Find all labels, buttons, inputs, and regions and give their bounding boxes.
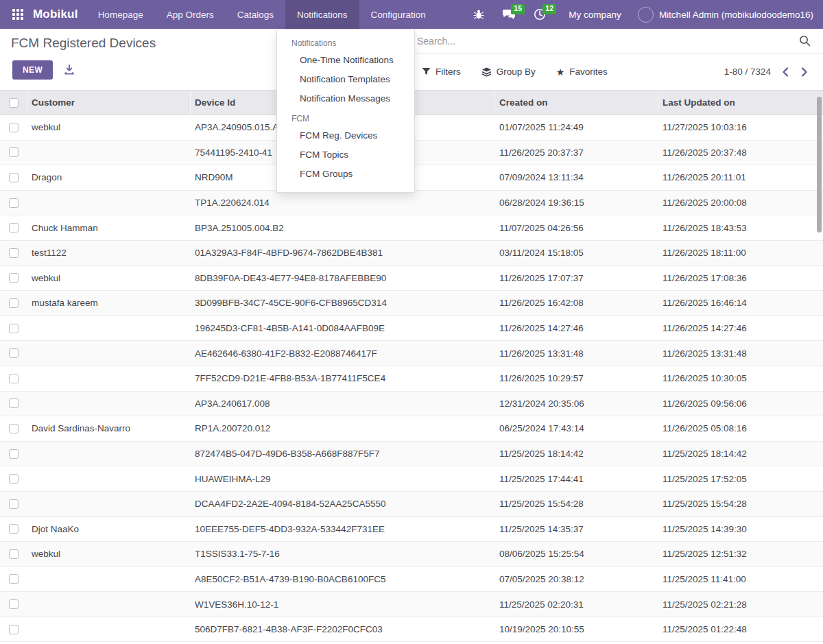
table-row[interactable]: AE462646-6380-41F2-B832-E2088746417F 11/…: [0, 341, 823, 366]
row-checkbox[interactable]: [9, 248, 19, 258]
column-header-customer[interactable]: Customer: [27, 91, 191, 115]
nav-item-homepage[interactable]: Homepage: [86, 0, 155, 29]
table-row[interactable]: Djot NaaKo 10EEE755-DEF5-4DD3-932A-53344…: [0, 517, 823, 542]
select-all-checkbox[interactable]: [9, 98, 19, 108]
cell-created-on[interactable]: 11/07/2025 04:26:56: [495, 223, 658, 233]
cell-last-updated-on[interactable]: 11/25/2025 02:21:28: [658, 599, 823, 610]
cell-customer[interactable]: mustafa kareem: [27, 298, 191, 308]
cell-created-on[interactable]: 11/26/2025 14:27:46: [495, 323, 658, 333]
cell-last-updated-on[interactable]: 11/26/2025 14:27:46: [658, 323, 823, 333]
vertical-scrollbar-thumb[interactable]: [817, 97, 822, 232]
table-row[interactable]: Chuck Hamman BP3A.251005.004.B2 11/07/20…: [0, 215, 823, 241]
new-button[interactable]: NEW: [12, 60, 53, 80]
row-checkbox[interactable]: [9, 424, 19, 433]
table-row[interactable]: DCAA4FD2-2A2E-4094-8184-52AA25CA5550 11/…: [0, 492, 823, 517]
cell-last-updated-on[interactable]: 11/25/2025 01:22:48: [658, 624, 823, 634]
cell-last-updated-on[interactable]: 11/25/2025 11:41:00: [658, 574, 823, 584]
row-checkbox[interactable]: [9, 298, 19, 308]
cell-customer[interactable]: Chuck Hamman: [27, 223, 191, 233]
pager-value[interactable]: 1-80 / 7324: [724, 67, 771, 77]
table-row[interactable]: webkul T1SSIS33.1-75-7-16 08/06/2025 15:…: [0, 542, 823, 567]
row-checkbox[interactable]: [9, 348, 19, 358]
cell-device-id[interactable]: RP1A.200720.012: [191, 423, 495, 433]
cell-customer[interactable]: webkul: [27, 549, 191, 559]
cell-created-on[interactable]: 11/25/2025 15:54:28: [495, 499, 658, 509]
cell-created-on[interactable]: 06/28/2024 19:36:15: [495, 198, 658, 208]
cell-created-on[interactable]: 11/26/2025 13:31:48: [495, 348, 658, 359]
cell-customer[interactable]: webkul: [27, 273, 191, 283]
nav-item-catalogs[interactable]: Catalogs: [226, 0, 285, 29]
row-checkbox[interactable]: [9, 273, 19, 283]
pager-next-button[interactable]: [800, 66, 809, 78]
cell-last-updated-on[interactable]: 11/26/2025 13:31:48: [658, 348, 823, 359]
cell-created-on[interactable]: 08/06/2025 15:25:54: [495, 549, 658, 559]
brand-logo[interactable]: Mobikul: [32, 0, 86, 29]
cell-last-updated-on[interactable]: 11/26/2025 05:08:16: [658, 423, 823, 433]
cell-device-id[interactable]: BP3A.251005.004.B2: [191, 223, 495, 233]
cell-last-updated-on[interactable]: 11/26/2025 18:43:53: [658, 223, 823, 233]
row-checkbox[interactable]: [9, 398, 19, 408]
cell-created-on[interactable]: 03/11/2024 15:18:05: [495, 248, 658, 258]
cell-last-updated-on[interactable]: 11/26/2025 09:56:06: [658, 398, 823, 409]
debug-bug-icon[interactable]: [464, 0, 493, 29]
column-header-last-updated-on[interactable]: Last Updated on: [658, 91, 823, 115]
cell-device-id[interactable]: 10EEE755-DEF5-4DD3-932A-533442F731EE: [191, 524, 495, 534]
menu-item-notification-templates[interactable]: Notification Templates: [277, 69, 414, 88]
cell-last-updated-on[interactable]: 11/26/2025 20:37:48: [658, 147, 823, 158]
table-row[interactable]: David Sardinas-Navarro RP1A.200720.012 0…: [0, 416, 823, 442]
table-row[interactable]: mustafa kareem 3D099BFB-34C7-45CE-90F6-C…: [0, 291, 823, 316]
apps-grid-icon[interactable]: [0, 0, 32, 29]
user-menu[interactable]: Mitchell Admin (mobikulodoodemo16): [632, 7, 813, 23]
cell-last-updated-on[interactable]: 11/27/2025 10:03:16: [658, 122, 823, 132]
cell-device-id[interactable]: TP1A.220624.014: [191, 198, 495, 208]
cell-customer[interactable]: Djot NaaKo: [27, 524, 191, 534]
row-checkbox[interactable]: [9, 449, 19, 459]
cell-last-updated-on[interactable]: 11/25/2025 15:54:28: [658, 499, 823, 509]
nav-item-configuration[interactable]: Configuration: [359, 0, 438, 29]
row-checkbox[interactable]: [9, 324, 19, 333]
cell-device-id[interactable]: DCAA4FD2-2A2E-4094-8184-52AA25CA5550: [191, 499, 495, 509]
group-by-button[interactable]: Group By: [481, 67, 536, 77]
menu-item-notification-messages[interactable]: Notification Messages: [277, 88, 414, 108]
messages-button[interactable]: 15: [493, 0, 525, 29]
cell-last-updated-on[interactable]: 11/25/2025 18:14:42: [658, 449, 823, 459]
table-row[interactable]: test1122 01A329A3-F84F-4BFD-9674-7862DBE…: [0, 241, 823, 266]
table-row[interactable]: TP1A.220624.014 06/28/2024 19:36:15 11/2…: [0, 191, 823, 216]
table-row[interactable]: 7FF52CD9-D21E-4FB8-B53A-1B77411F5CE4 11/…: [0, 366, 823, 392]
cell-device-id[interactable]: 872474B5-047D-49D6-B358-A668F887F5F7: [191, 449, 495, 459]
cell-device-id[interactable]: W1VES36H.10-12-1: [191, 599, 495, 610]
cell-last-updated-on[interactable]: 11/26/2025 10:30:05: [658, 373, 823, 383]
cell-last-updated-on[interactable]: 11/26/2025 20:00:08: [658, 198, 823, 208]
cell-created-on[interactable]: 01/07/2025 11:24:49: [495, 122, 658, 132]
row-checkbox[interactable]: [9, 198, 19, 208]
cell-device-id[interactable]: AE462646-6380-41F2-B832-E2088746417F: [191, 348, 495, 359]
row-checkbox[interactable]: [9, 599, 19, 609]
table-row[interactable]: HUAWEIHMA-L29 11/25/2025 17:44:41 11/25/…: [0, 466, 823, 492]
nav-item-app-orders[interactable]: App Orders: [155, 0, 226, 29]
export-button[interactable]: [64, 64, 75, 75]
row-checkbox[interactable]: [9, 147, 19, 157]
row-checkbox[interactable]: [9, 499, 19, 509]
cell-device-id[interactable]: A8E50CF2-B51A-4739-B190-B0ACB6100FC5: [191, 574, 495, 584]
menu-item-fcm-reg-devices[interactable]: FCM Reg. Devices: [277, 126, 414, 145]
row-checkbox[interactable]: [9, 524, 19, 534]
cell-customer[interactable]: Dragon: [27, 172, 191, 182]
cell-customer[interactable]: webkul: [27, 122, 191, 132]
row-checkbox[interactable]: [9, 549, 19, 559]
menu-item-one-time-notifications[interactable]: One-Time Notifications: [277, 50, 414, 69]
cell-device-id[interactable]: 7FF52CD9-D21E-4FB8-B53A-1B77411F5CE4: [191, 373, 495, 383]
search-icon[interactable]: [799, 35, 811, 47]
row-checkbox[interactable]: [9, 474, 19, 484]
search-input[interactable]: [417, 36, 799, 47]
cell-created-on[interactable]: 11/25/2025 14:35:37: [495, 524, 658, 534]
cell-device-id[interactable]: 506D7FB7-6821-4B38-AF3F-F2202F0CFC03: [191, 624, 495, 634]
cell-last-updated-on[interactable]: 11/25/2025 17:52:05: [658, 474, 823, 484]
table-row[interactable]: webkul 8DB39F0A-DE43-4E77-94E8-8178AFEBB…: [0, 266, 823, 291]
menu-item-fcm-topics[interactable]: FCM Topics: [277, 145, 414, 164]
row-checkbox[interactable]: [9, 223, 19, 232]
cell-device-id[interactable]: 196245D3-CF81-4B5B-A141-0D084AAFB09E: [191, 323, 495, 333]
cell-last-updated-on[interactable]: 11/26/2025 16:46:14: [658, 298, 823, 308]
cell-created-on[interactable]: 11/26/2025 16:42:08: [495, 298, 658, 308]
cell-device-id[interactable]: 8DB39F0A-DE43-4E77-94E8-8178AFEBBE90: [191, 273, 495, 283]
row-checkbox[interactable]: [9, 625, 19, 634]
